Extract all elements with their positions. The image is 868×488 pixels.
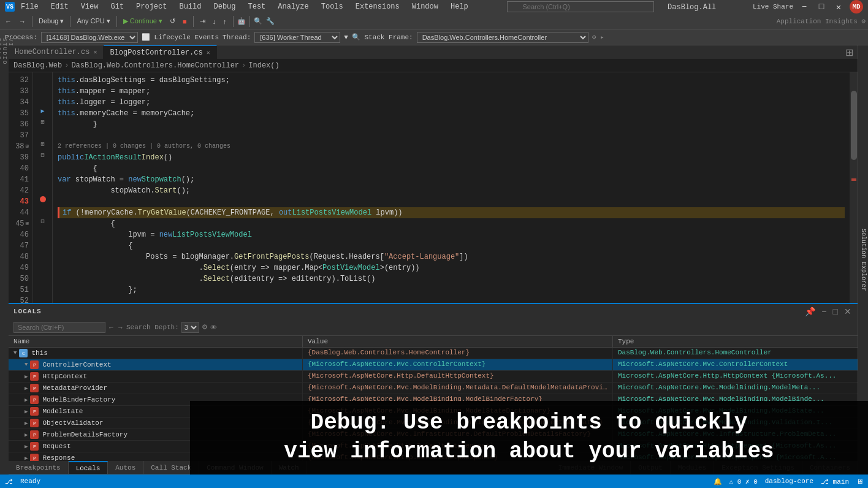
httpcontext-expand-icon[interactable]: ▶ xyxy=(25,373,28,380)
metadataprovider-expand-icon[interactable]: ▶ xyxy=(25,385,28,392)
var-row-controllercontext[interactable]: ▼ P ControllerContext {Microsoft.AspNetC… xyxy=(9,359,858,371)
status-left: ⎇ Ready xyxy=(5,478,40,486)
tab-blogpostcontroller-close[interactable]: ✕ xyxy=(207,49,210,56)
continue-btn[interactable]: ▶ Continue ▾ xyxy=(121,15,165,28)
request-expand-icon[interactable]: ▶ xyxy=(25,443,28,450)
problemdetailsfactory-expand-icon[interactable]: ▶ xyxy=(25,432,28,438)
maximize-btn[interactable]: □ xyxy=(815,2,828,11)
menu-file[interactable]: File xyxy=(18,1,41,12)
panel-controls: 📌 − □ ✕ xyxy=(803,307,853,316)
debug-overlay-bold: Debug: xyxy=(311,410,390,435)
locals-search-input[interactable] xyxy=(13,322,105,333)
global-search-input[interactable] xyxy=(507,1,654,12)
close-btn[interactable]: ✕ xyxy=(832,2,845,11)
refresh-btn[interactable]: ↺ xyxy=(167,15,178,28)
debug-overlay-line2: view information about your variables xyxy=(284,439,774,464)
response-name: Response xyxy=(42,454,75,461)
add-watch-btn[interactable]: 👁 xyxy=(210,324,217,331)
search-prev-btn[interactable]: ← xyxy=(108,324,115,331)
live-share-btn[interactable]: Live Share xyxy=(753,3,793,10)
ai-tools: 🤖 xyxy=(237,17,246,25)
code-line-45: lpvm = new ListPostsViewModel xyxy=(58,229,845,240)
title-center: DasBlog.All xyxy=(507,1,716,12)
tab-blogpostcontroller-label: BlogPostController.cs xyxy=(110,48,202,57)
panel-header: Locals 📌 − □ ✕ xyxy=(9,304,858,319)
metadataprovider-name: MetadataProvider xyxy=(42,384,107,392)
editor-scrollbar[interactable] xyxy=(850,72,858,303)
menu-test[interactable]: Test xyxy=(246,1,268,12)
menu-debug[interactable]: Debug xyxy=(211,1,238,12)
response-expand-icon[interactable]: ▶ xyxy=(25,455,28,462)
code-line-38: 2 references | 0 changes | 0 authors, 0 … xyxy=(58,141,845,152)
this-icon: C xyxy=(19,349,28,357)
httpcontext-value: {Microsoft.AspNetCore.Http.DefaultHttpCo… xyxy=(303,371,613,382)
tab-locals[interactable]: Locals xyxy=(69,461,108,474)
tab-autos[interactable]: Autos xyxy=(108,461,143,474)
tab-breakpoints[interactable]: Breakpoints xyxy=(9,461,69,474)
httpcontext-name: HttpContext xyxy=(42,373,87,380)
menu-analyze[interactable]: Analyze xyxy=(275,1,311,12)
search-depth-select[interactable]: 31245 xyxy=(181,322,199,333)
search-next-btn[interactable]: → xyxy=(117,324,124,331)
scroll-thumb[interactable] xyxy=(851,91,857,160)
menu-build[interactable]: Build xyxy=(177,1,204,12)
breadcrumb-class[interactable]: DasBlog.Web.Controllers.HomeController xyxy=(71,61,239,70)
this-expand-icon[interactable]: ▼ xyxy=(13,350,17,356)
var-row-httpcontext[interactable]: ▶ P HttpContext {Microsoft.AspNetCore.Ht… xyxy=(9,371,858,383)
code-line-44: { xyxy=(58,218,845,229)
code-content[interactable]: this.dasBlogSettings = dasBlogSettings; … xyxy=(53,72,850,303)
tab-homecontroller-close[interactable]: ✕ xyxy=(93,48,97,56)
panel-minimize-btn[interactable]: − xyxy=(820,307,828,316)
debug-overlay-text: Debug: Use breakpoints to quickly view i… xyxy=(284,409,774,467)
code-line-42 xyxy=(58,196,845,207)
step-out-btn[interactable]: ↑ xyxy=(221,15,229,28)
process-dropdown[interactable]: [14168] DasBlog.Web.exe xyxy=(41,32,138,43)
this-type: DasBlog.Web.Controllers.HomeController xyxy=(613,348,858,359)
tab-homecontroller[interactable]: HomeController.cs ✕ xyxy=(9,45,104,59)
menu-tools[interactable]: Tools xyxy=(319,1,346,12)
forward-btn[interactable]: → xyxy=(17,15,28,28)
code-line-41: stopWatch.Start(); xyxy=(58,185,845,196)
breadcrumb-method[interactable]: Index() xyxy=(248,61,279,70)
notification-icon[interactable]: 🔔 xyxy=(714,478,722,486)
panel-close-btn[interactable]: ✕ xyxy=(842,307,853,316)
controllercontext-icon: P xyxy=(30,360,39,369)
breadcrumb-project[interactable]: DasBlog.Web xyxy=(13,61,62,70)
menu-git[interactable]: Git xyxy=(108,1,126,12)
menu-extensions[interactable]: Extensions xyxy=(353,1,402,12)
var-row-this[interactable]: ▼ C this {DasBlog.Web.Controllers.HomeCo… xyxy=(9,348,858,359)
minimize-btn[interactable]: − xyxy=(798,2,810,11)
breadcrumb: DasBlog.Web › DasBlog.Web.Controllers.Ho… xyxy=(9,59,858,72)
menu-edit[interactable]: Edit xyxy=(48,1,71,12)
menu-view[interactable]: View xyxy=(78,1,101,12)
controllercontext-expand-icon[interactable]: ▼ xyxy=(25,362,28,368)
stop-btn[interactable]: ■ xyxy=(180,15,189,28)
debug-dropdown-btn[interactable]: Debug ▾ xyxy=(36,15,66,28)
modelstate-name: ModelState xyxy=(42,408,83,415)
tab-bar: HomeController.cs ✕ BlogPostController.c… xyxy=(9,45,858,59)
var-row-metadataprovider[interactable]: ▶ P MetadataProvider {Microsoft.AspNetCo… xyxy=(9,383,858,394)
menu-window[interactable]: Window xyxy=(409,1,441,12)
step-over-btn[interactable]: ⇥ xyxy=(197,15,208,28)
back-btn[interactable]: ← xyxy=(2,15,14,28)
thread-dropdown[interactable]: [636] Worker Thread xyxy=(254,32,340,43)
cpu-dropdown-btn[interactable]: Any CPU ▾ xyxy=(74,15,112,28)
encoding: dasblog-core xyxy=(765,478,813,485)
user-avatar[interactable]: MD xyxy=(850,0,863,13)
tab-split-btn[interactable]: ⊞ xyxy=(840,45,858,59)
code-line-33: this.mapper = mapper; xyxy=(58,86,845,97)
menu-project[interactable]: Project xyxy=(134,1,169,12)
stack-settings[interactable]: ⚙ ▸ xyxy=(592,33,604,41)
modelstate-expand-icon[interactable]: ▶ xyxy=(25,408,28,415)
tab-blogpostcontroller[interactable]: BlogPostController.cs ✕ xyxy=(104,45,216,59)
search-settings-btn[interactable]: ⚙ xyxy=(202,323,208,331)
this-name: this xyxy=(31,349,47,357)
controllercontext-name: ControllerContext xyxy=(42,361,111,368)
objectvalidator-expand-icon[interactable]: ▶ xyxy=(25,420,28,427)
stack-dropdown[interactable]: DasBlog.Web.Controllers.HomeController xyxy=(417,32,588,43)
step-into-btn[interactable]: ↓ xyxy=(210,15,219,28)
menu-help[interactable]: Help xyxy=(448,1,471,12)
panel-pin-btn[interactable]: 📌 xyxy=(803,307,817,316)
modelbinderfactory-expand-icon[interactable]: ▶ xyxy=(25,397,28,403)
panel-maximize-btn[interactable]: □ xyxy=(831,307,840,316)
